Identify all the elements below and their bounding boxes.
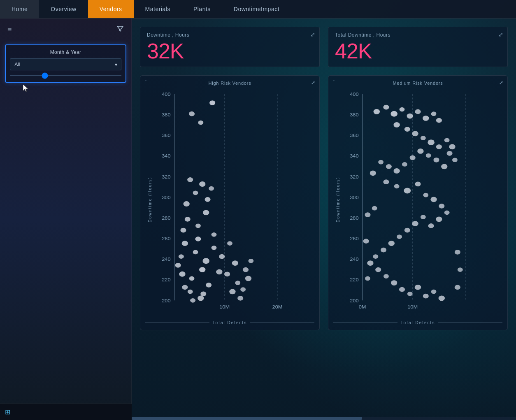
chart-high-risk-expand[interactable]: ⤢ — [311, 80, 315, 86]
kpi-expand-icon-2[interactable]: ⤢ — [498, 31, 503, 38]
svg-point-103 — [378, 160, 384, 165]
svg-point-123 — [375, 267, 381, 272]
svg-point-32 — [203, 210, 209, 215]
svg-text:340: 340 — [350, 153, 359, 159]
chart-medium-risk-expand[interactable]: ⤢ — [499, 80, 503, 86]
svg-text:360: 360 — [350, 133, 359, 138]
svg-point-53 — [209, 186, 214, 191]
svg-point-35 — [182, 241, 188, 246]
svg-text:220: 220 — [350, 277, 359, 283]
svg-point-37 — [227, 241, 232, 246]
svg-text:280: 280 — [162, 216, 171, 221]
svg-point-138 — [365, 212, 370, 217]
svg-point-30 — [200, 291, 206, 296]
svg-text:320: 320 — [350, 174, 359, 180]
svg-point-87 — [412, 131, 418, 136]
svg-point-118 — [397, 234, 402, 239]
kpi-total-downtime-label: Total Downtime , Hours — [335, 32, 501, 38]
chart-high-risk-svg: 200 220 240 260 280 300 320 340 360 380 … — [145, 90, 314, 318]
svg-text:240: 240 — [350, 257, 359, 262]
svg-point-52 — [187, 177, 193, 182]
svg-point-83 — [431, 111, 437, 116]
svg-point-76 — [374, 109, 380, 114]
taskbar: ⊞ — [0, 404, 132, 420]
svg-point-98 — [417, 149, 423, 154]
kpi-expand-icon-1[interactable]: ⤢ — [310, 31, 315, 38]
svg-point-113 — [436, 216, 442, 222]
sidebar-header: ≡ — [0, 19, 131, 41]
svg-point-78 — [390, 111, 397, 117]
filter-slider[interactable] — [10, 75, 121, 76]
nav-overview[interactable]: Overview — [39, 0, 88, 18]
kpi-total-downtime-value: 42K — [335, 40, 501, 62]
svg-point-126 — [399, 287, 405, 292]
svg-point-24 — [179, 271, 185, 277]
svg-point-89 — [428, 139, 435, 145]
svg-point-38 — [232, 260, 238, 266]
svg-point-131 — [439, 296, 445, 301]
svg-point-17 — [195, 237, 201, 241]
svg-point-95 — [441, 164, 447, 169]
svg-point-99 — [410, 155, 416, 160]
svg-point-36 — [219, 254, 225, 259]
windows-icon[interactable]: ⊞ — [5, 408, 10, 416]
svg-point-46 — [248, 259, 253, 263]
kpi-row: Downtime , Hours 32K ⤢ Total Downtime , … — [140, 27, 508, 67]
nav-materials[interactable]: Materials — [134, 0, 182, 18]
svg-text:360: 360 — [162, 133, 171, 138]
nav-vendors[interactable]: Vendors — [88, 0, 134, 18]
svg-point-79 — [400, 107, 405, 112]
svg-text:400: 400 — [350, 92, 359, 97]
svg-point-44 — [245, 276, 251, 281]
svg-point-45 — [243, 267, 249, 272]
svg-point-120 — [381, 248, 386, 253]
filter-label: Month & Year — [10, 49, 121, 55]
svg-point-124 — [384, 274, 389, 278]
scroll-thumb[interactable] — [132, 417, 362, 420]
filter-icon[interactable] — [116, 25, 124, 35]
scroll-bar[interactable] — [132, 417, 516, 420]
svg-point-130 — [431, 290, 437, 294]
chart-medium-risk-tl: ⌜ — [332, 80, 335, 86]
svg-text:10M: 10M — [219, 304, 230, 310]
svg-point-100 — [402, 162, 407, 167]
chart-medium-risk-title: Medium Risk Vendors — [333, 81, 502, 86]
svg-point-90 — [436, 144, 442, 149]
svg-point-101 — [393, 168, 400, 174]
svg-point-23 — [212, 246, 217, 250]
svg-text:260: 260 — [350, 236, 359, 241]
svg-point-135 — [458, 267, 463, 272]
month-year-select[interactable]: All Jan 2023 Feb 2023 Mar 2023 — [10, 58, 121, 70]
svg-point-27 — [206, 283, 212, 288]
svg-point-81 — [415, 109, 421, 114]
svg-point-122 — [367, 260, 373, 266]
svg-point-34 — [212, 232, 217, 237]
svg-point-84 — [436, 118, 442, 123]
nav-home[interactable]: Home — [0, 0, 39, 18]
svg-point-28 — [216, 269, 222, 275]
svg-point-57 — [198, 121, 203, 125]
cursor-indicator — [21, 84, 30, 92]
svg-point-97 — [426, 153, 431, 158]
svg-point-110 — [430, 197, 437, 202]
main-content: Downtime , Hours 32K ⤢ Total Downtime , … — [132, 19, 516, 420]
svg-point-117 — [404, 228, 410, 233]
navbar: Home Overview Vendors Materials Plants D… — [0, 0, 516, 19]
svg-text:320: 320 — [162, 174, 171, 180]
hamburger-icon[interactable]: ≡ — [7, 26, 12, 34]
svg-point-82 — [423, 116, 429, 121]
svg-text:Downtime (Hours): Downtime (Hours) — [147, 176, 153, 222]
svg-point-43 — [240, 287, 246, 292]
svg-point-22 — [182, 285, 188, 290]
svg-point-86 — [404, 127, 410, 132]
charts-row: ⌜ High Risk Vendors ⤢ 200 220 240 260 28… — [140, 75, 508, 330]
svg-point-20 — [189, 276, 195, 281]
svg-point-93 — [446, 151, 452, 156]
svg-point-85 — [393, 122, 400, 128]
svg-point-42 — [237, 296, 243, 301]
sidebar: ≡ Month & Year All Jan 2023 Feb 2023 Mar… — [0, 19, 132, 420]
nav-downtime-impact[interactable]: DowntimeImpact — [222, 0, 291, 18]
filter-panel: Month & Year All Jan 2023 Feb 2023 Mar 2… — [5, 44, 126, 83]
nav-plants[interactable]: Plants — [182, 0, 222, 18]
svg-point-111 — [439, 204, 444, 209]
